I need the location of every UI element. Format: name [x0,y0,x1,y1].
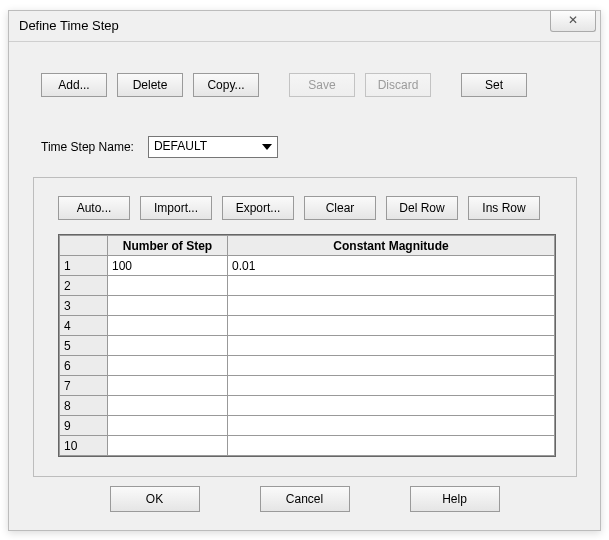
cell-steps[interactable] [108,316,228,336]
cancel-button[interactable]: Cancel [260,486,350,512]
cell-mag[interactable] [228,296,555,316]
help-button[interactable]: Help [410,486,500,512]
bottom-button-row: OK Cancel Help [9,486,600,512]
import-button[interactable]: Import... [140,196,212,220]
window-title: Define Time Step [19,18,119,33]
table-row: 5 [60,336,555,356]
table-row: 8 [60,396,555,416]
insrow-button[interactable]: Ins Row [468,196,540,220]
cell-steps[interactable] [108,356,228,376]
row-header[interactable]: 10 [60,436,108,456]
table-row: 4 [60,316,555,336]
cell-mag[interactable] [228,316,555,336]
cell-mag[interactable] [228,436,555,456]
table-row: 7 [60,376,555,396]
table-row: 6 [60,356,555,376]
row-header[interactable]: 8 [60,396,108,416]
table-row: 2 [60,276,555,296]
cell-mag[interactable] [228,376,555,396]
table-corner [60,236,108,256]
cell-steps[interactable] [108,296,228,316]
close-button[interactable]: ✕ [550,11,596,32]
cell-steps[interactable] [108,336,228,356]
copy-button[interactable]: Copy... [193,73,259,97]
cell-steps[interactable] [108,276,228,296]
cell-steps[interactable] [108,376,228,396]
save-button: Save [289,73,355,97]
row-header[interactable]: 3 [60,296,108,316]
row-header[interactable]: 4 [60,316,108,336]
row-header[interactable]: 2 [60,276,108,296]
col-header-mag[interactable]: Constant Magnitude [228,236,555,256]
delete-button[interactable]: Delete [117,73,183,97]
set-button[interactable]: Set [461,73,527,97]
col-header-steps[interactable]: Number of Step [108,236,228,256]
row-header[interactable]: 9 [60,416,108,436]
row-header[interactable]: 1 [60,256,108,276]
dialog-window: Define Time Step ✕ Add... Delete Copy...… [8,10,601,531]
cell-mag[interactable] [228,336,555,356]
chevron-down-icon [259,139,275,155]
cell-steps[interactable] [108,396,228,416]
close-icon: ✕ [568,13,578,27]
table-row: 3 [60,296,555,316]
time-step-name-select[interactable]: DEFAULT [148,136,278,158]
time-step-name-row: Time Step Name: DEFAULT [41,136,278,158]
cell-mag[interactable] [228,396,555,416]
delrow-button[interactable]: Del Row [386,196,458,220]
time-step-table: Number of Step Constant Magnitude 11000.… [58,234,556,457]
table-row: 11000.01 [60,256,555,276]
row-header[interactable]: 6 [60,356,108,376]
auto-button[interactable]: Auto... [58,196,130,220]
svg-marker-0 [262,144,272,150]
row-header[interactable]: 7 [60,376,108,396]
grid-panel: Auto... Import... Export... Clear Del Ro… [33,177,577,477]
cell-mag[interactable] [228,416,555,436]
cell-steps[interactable] [108,436,228,456]
cell-steps[interactable]: 100 [108,256,228,276]
top-button-row: Add... Delete Copy... Save Discard Set [41,73,527,97]
export-button[interactable]: Export... [222,196,294,220]
cell-steps[interactable] [108,416,228,436]
cell-mag[interactable] [228,356,555,376]
grid-button-row: Auto... Import... Export... Clear Del Ro… [58,196,540,220]
row-header[interactable]: 5 [60,336,108,356]
cell-mag[interactable]: 0.01 [228,256,555,276]
cell-mag[interactable] [228,276,555,296]
titlebar: Define Time Step ✕ [9,11,600,42]
time-step-name-label: Time Step Name: [41,140,134,154]
discard-button: Discard [365,73,431,97]
add-button[interactable]: Add... [41,73,107,97]
table-row: 9 [60,416,555,436]
table-row: 10 [60,436,555,456]
clear-button[interactable]: Clear [304,196,376,220]
time-step-name-value: DEFAULT [154,139,207,153]
ok-button[interactable]: OK [110,486,200,512]
